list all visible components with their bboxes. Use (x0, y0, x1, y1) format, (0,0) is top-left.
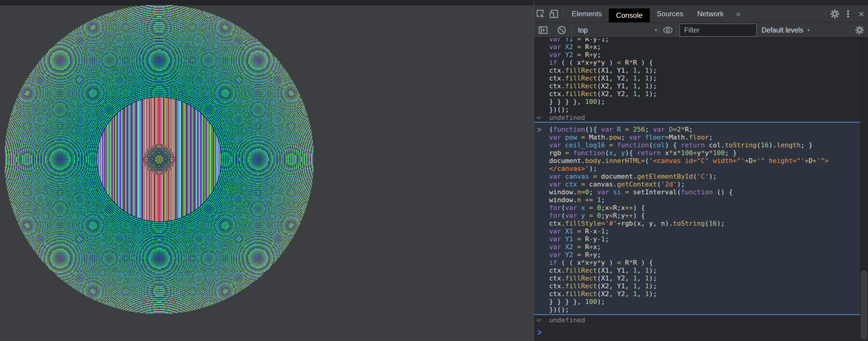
console-settings-gear-icon[interactable] (853, 24, 866, 37)
execution-context-selector[interactable]: top ▾ (575, 26, 657, 34)
console-code-line: for(var x = 0;x<R;x++) { (549, 204, 860, 212)
live-expression-eye-icon[interactable] (661, 24, 675, 37)
prompt-chevron-icon: > (537, 327, 541, 338)
inspect-element-icon[interactable] (534, 7, 547, 21)
console-code-line: })(); (549, 306, 860, 314)
console-code-line: ctx.fillRect(X2, Y2, 1, 1); (549, 90, 860, 98)
close-devtools-icon[interactable]: × (855, 7, 868, 21)
console-code-line: window.n=0; var si = setInterval(functio… (549, 188, 860, 196)
console-content: var Y1 = R-y-1;var X2 = R+x;var Y2 = R+y… (534, 38, 860, 341)
console-toolbar: top ▾ Default levels ▾ (534, 22, 868, 37)
settings-gear-icon[interactable] (828, 7, 841, 21)
tabbar-separator (562, 9, 563, 19)
console-code-line: var ctx = canvas.getContext('2d'); (549, 180, 860, 188)
console-result-row[interactable]: <· undefined (534, 316, 860, 325)
console-code-line: for(var y = 0;y<R;y++) { (549, 212, 860, 219)
xor-circle-pattern-canvas (5, 5, 313, 314)
devtools-tabbar: Elements Console Sources Network » (534, 5, 868, 22)
console-code-line: rgb = function(x, y){ return x*x*100+y*y… (549, 149, 860, 157)
kebab-menu-icon[interactable] (841, 7, 855, 21)
console-code-line: ctx.fillRect(X1, Y1, 1, 1); (549, 67, 860, 74)
console-code-line: ctx.fillRect(X2, Y1, 1, 1); (549, 282, 860, 290)
console-filter-input[interactable] (679, 24, 757, 37)
input-echo-chevron-icon: > (537, 125, 541, 134)
toolbar-separator (676, 26, 677, 35)
console-code-line: ctx.fillRect(X2, Y1, 1, 1); (549, 82, 860, 90)
console-code-line: window.n += 1; (549, 196, 860, 204)
console-code-line: (function(){ var R = 256; var D=2*R; (549, 126, 860, 133)
console-sidebar-toggle-icon[interactable] (536, 24, 550, 37)
console-code-line: ctx.fillStyle='#'+rgb(x, y, n).toString(… (549, 219, 860, 228)
log-levels-selector[interactable]: Default levels ▾ (762, 26, 810, 34)
console-code-line: var X1 = R-x-1; (549, 228, 860, 235)
tab-network[interactable]: Network (690, 5, 731, 22)
toolbar-separator (659, 26, 659, 35)
result-value: undefined (549, 114, 585, 122)
chevron-down-icon: ▾ (807, 27, 810, 33)
console-entry-previous-input[interactable]: var Y1 = R-y-1;var X2 = R+x;var Y2 = R+y… (534, 38, 860, 113)
toolbar-separator (571, 26, 572, 35)
console-code-line: ctx.fillRect(X1, Y2, 1, 1); (549, 274, 860, 282)
console-messages-area: var Y1 = R-y-1;var X2 = R+x;var Y2 = R+y… (534, 38, 868, 341)
console-code-line: var Y1 = R-y-1; (549, 235, 860, 243)
console-code-line: var Y1 = R-y-1; (549, 38, 860, 43)
tab-console[interactable]: Console (609, 8, 650, 22)
console-code-line: } } } }, 100); (549, 98, 860, 106)
console-code-line: if ( ( x*x+y*y ) < R*R ) { (549, 259, 860, 267)
console-code-line: document.body.innerHTML=('<canvas id="C"… (549, 157, 860, 165)
console-code-line: } } } }, 100); (549, 298, 860, 306)
context-selector-label: top (578, 26, 588, 34)
scrollbar-thumb[interactable] (861, 271, 867, 340)
console-code-line: var X2 = R+x; (549, 243, 860, 251)
console-entry-selected-input[interactable]: > (function(){ var R = 256; var D=2*R;va… (534, 122, 860, 315)
chevron-down-icon: ▾ (655, 27, 657, 33)
prompt-separator (534, 326, 860, 326)
console-code-line: ctx.fillRect(X1, Y1, 1, 1); (549, 267, 860, 274)
console-code-line: if ( ( x*x+y*y ) < R*R ) { (549, 59, 860, 67)
console-code-line: var Y2 = R+y; (549, 51, 860, 59)
tab-sources[interactable]: Sources (650, 5, 690, 22)
console-code-line: var canvas = document.getElementById('C'… (549, 173, 860, 180)
console-code-line: </canvas>'); (549, 165, 860, 173)
toolbar-separator (850, 26, 851, 35)
console-code-line: var X2 = R+x; (549, 43, 860, 51)
screenshot-root: Elements Console Sources Network » (0, 0, 868, 341)
page-viewport (0, 5, 533, 341)
console-code-line: ctx.fillRect(X1, Y2, 1, 1); (549, 74, 860, 82)
console-code-line: var ceil_log16 = function(col) { return … (549, 141, 860, 149)
console-scrollbar[interactable] (860, 38, 868, 341)
tabbar-separator-right (826, 9, 827, 19)
devtools-panel: Elements Console Sources Network » (534, 0, 868, 341)
console-prompt[interactable]: > (534, 327, 860, 341)
result-value: undefined (549, 316, 585, 324)
console-code-block: (function(){ var R = 256; var D=2*R;var … (549, 126, 860, 314)
clear-console-icon[interactable] (555, 24, 568, 37)
console-result-row[interactable]: <· undefined (534, 113, 860, 122)
return-value-icon: <· (536, 316, 542, 325)
device-toolbar-icon[interactable] (547, 7, 561, 21)
console-code-line: var pow = Math.pow; var floor=Math.floor… (549, 133, 860, 141)
console-code-line: ctx.fillRect(X2, Y2, 1, 1); (549, 290, 860, 298)
log-levels-label: Default levels (762, 26, 803, 34)
console-code-line: var Y2 = R+y; (549, 251, 860, 259)
tab-elements[interactable]: Elements (565, 5, 609, 22)
more-tabs-icon[interactable]: » (731, 9, 746, 19)
console-code-line: })(); (549, 106, 860, 113)
return-value-icon: <· (536, 113, 542, 122)
